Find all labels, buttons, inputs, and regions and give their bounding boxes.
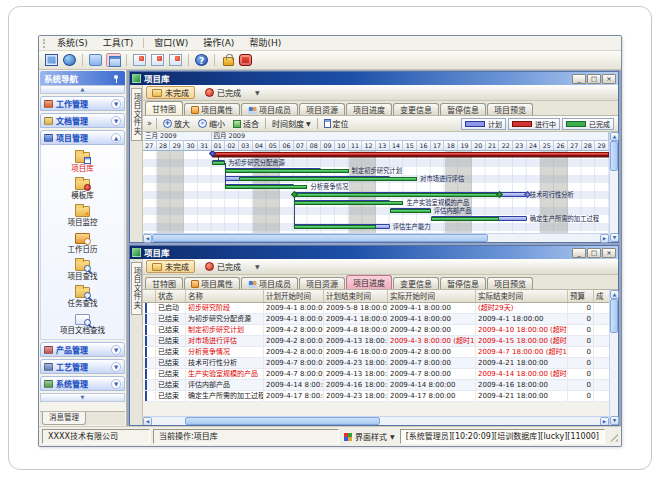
fit-button[interactable]: 适合 <box>231 118 261 129</box>
message-icon-1[interactable] <box>132 53 147 67</box>
tab-项目资源[interactable]: 项目资源 <box>299 103 345 115</box>
sidebar-item-工作日历[interactable]: 工作日历 <box>41 229 124 256</box>
actual-bar[interactable] <box>294 193 500 197</box>
tab-项目进度[interactable]: 项目进度 <box>346 103 392 115</box>
table-row[interactable]: 已结束确定生产所需的加工过程2009-4-17 8:00:002009-4-23… <box>143 391 609 402</box>
chevron-down-icon[interactable]: ▼ <box>111 116 121 126</box>
lock-icon[interactable] <box>220 53 235 67</box>
column-header-名称[interactable]: 名称 <box>186 290 264 302</box>
help-icon[interactable]: ? <box>194 53 209 67</box>
sidebar-group-项目管理[interactable]: 项目管理▲ <box>40 130 125 145</box>
filter-已完成-button[interactable]: 已完成 <box>199 86 247 99</box>
tab-暂停信息[interactable]: 暂停信息 <box>440 103 486 115</box>
scroll-up-icon[interactable]: ▲ <box>610 132 619 141</box>
exit-icon[interactable] <box>238 53 253 67</box>
scroll-down-icon[interactable]: ▼ <box>610 233 619 242</box>
tab-项目进度[interactable]: 项目进度 <box>346 275 392 289</box>
tab-项目属性[interactable]: 项目属性 <box>184 277 240 289</box>
zoom-in-button[interactable]: +放大 <box>161 118 192 129</box>
tab-项目预览[interactable]: 项目预览 <box>487 103 533 115</box>
table-row[interactable]: 已启动初步研究阶段2009-4-1 8:00:002009-5-8 18:00:… <box>143 303 609 314</box>
actual-bar[interactable] <box>294 201 404 205</box>
table-row[interactable]: 已结束制定初步研究计划2009-4-2 8:00:002009-4-8 18:0… <box>143 325 609 336</box>
sidebar-item-项目文档查找[interactable]: 项目文档查找 <box>41 310 124 337</box>
maximize-button[interactable]: □ <box>587 248 601 258</box>
column-header-成[interactable]: 成 <box>594 290 609 302</box>
table-row[interactable]: 已结束生产实验室规模的产品2009-4-7 8:00:002009-4-13 1… <box>143 369 609 380</box>
tab-变更信息[interactable]: 变更信息 <box>393 277 439 289</box>
table-row[interactable]: 已结束分析竞争情况2009-4-2 8:00:002009-4-6 18:00:… <box>143 347 609 358</box>
actual-bar[interactable] <box>212 161 226 165</box>
sidebar-group-系统管理[interactable]: 系统管理▼ <box>40 376 125 391</box>
tab-甘特图[interactable]: 甘特图 <box>145 277 183 289</box>
interface-style-button[interactable]: 界面样式 ▼ <box>342 431 397 442</box>
actual-bar[interactable] <box>225 185 307 189</box>
sidebar-item-项目查找[interactable]: 项目查找 <box>41 256 124 283</box>
sidebar-scroll-down-button[interactable]: ▼ <box>40 393 125 402</box>
scroll-left-icon[interactable]: ◀ <box>143 234 152 243</box>
scroll-right-icon[interactable]: ▶ <box>600 234 609 243</box>
sidebar-group-工作管理[interactable]: 工作管理▼ <box>40 96 125 111</box>
tab-项目属性[interactable]: 项目属性 <box>184 103 240 115</box>
sidebar-scroll-up-button[interactable]: ▲ <box>40 85 125 94</box>
menu-item-3[interactable]: 操作(A) <box>196 37 241 50</box>
sidebar-item-项目监控[interactable]: ★项目监控 <box>41 202 124 229</box>
sidebar-item-项目库[interactable]: 项目库 <box>41 148 124 175</box>
resize-grip[interactable] <box>608 432 618 442</box>
gantt-chart[interactable]: 为初步研究分配资源制定初步研究计划对市场进行评估分析竞争情况技术可行性分析生产实… <box>143 151 609 233</box>
globe-icon[interactable] <box>62 53 77 67</box>
gantt-horizontal-scrollbar[interactable]: ◀ ▶ <box>143 233 609 242</box>
maximize-button[interactable]: □ <box>587 74 601 84</box>
actual-bar[interactable] <box>239 177 417 181</box>
sidebar-group-产品管理[interactable]: 产品管理▼ <box>40 342 125 357</box>
table-vertical-scrollbar[interactable]: ▲ ▼ <box>609 290 618 425</box>
actual-bar[interactable] <box>294 225 376 229</box>
table-row[interactable]: 已结束对市场进行评估2009-4-2 8:00:002009-4-13 18:0… <box>143 336 609 347</box>
menu-item-4[interactable]: 帮助(H) <box>242 37 288 50</box>
tab-甘特图[interactable]: 甘特图 <box>145 101 183 115</box>
tab-项目预览[interactable]: 项目预览 <box>487 277 533 289</box>
window-title-bar[interactable]: 项目库 _ □ × <box>130 246 618 259</box>
chevron-down-icon[interactable]: ▼ <box>111 379 121 389</box>
summary-bar-in-progress[interactable] <box>212 152 609 156</box>
folder-window-icon[interactable] <box>106 53 121 67</box>
window-title-bar[interactable]: 项目库 _ □ × <box>130 72 618 85</box>
menu-item-1[interactable]: 工具(T) <box>96 37 141 50</box>
sidebar-item-任务查找[interactable]: 任务查找 <box>41 283 124 310</box>
filter-已完成-button[interactable]: 已完成 <box>199 260 247 273</box>
menu-item-2[interactable]: 窗口(W) <box>147 37 195 50</box>
actual-bar[interactable] <box>390 209 431 213</box>
column-header-状态[interactable]: 状态 <box>156 290 186 302</box>
column-header-status-icon[interactable] <box>143 290 156 302</box>
filter-未完成-button[interactable]: 未完成 <box>146 260 195 273</box>
chevron-up-icon[interactable]: ▲ <box>111 133 121 143</box>
time-scale-dropdown[interactable]: 时间刻度▼ <box>270 118 313 129</box>
scroll-right-icon[interactable]: ▶ <box>600 417 609 425</box>
tab-项目成员[interactable]: 项目成员 <box>241 103 298 115</box>
pin-icon[interactable] <box>112 74 121 83</box>
table-row[interactable]: 已结束技术可行性分析2009-4-7 8:00:002009-4-23 18:0… <box>143 358 609 369</box>
table-horizontal-scrollbar[interactable]: ◀ ▶ <box>143 416 609 425</box>
scroll-up-icon[interactable]: ▲ <box>610 290 619 299</box>
chevron-down-icon[interactable]: ▼ <box>111 345 121 355</box>
minimize-button[interactable]: _ <box>572 74 586 84</box>
filter-overflow-chevron-icon[interactable]: ▼ <box>251 263 264 270</box>
tab-message-management[interactable]: 消息管理 <box>42 412 86 425</box>
monitor-sync-icon[interactable] <box>44 53 59 67</box>
scroll-left-icon[interactable]: ◀ <box>143 417 152 425</box>
sidebar-item-模板库[interactable]: 模板库 <box>41 175 124 202</box>
chevron-down-icon[interactable]: ▼ <box>111 362 121 372</box>
folder-icon[interactable] <box>88 53 103 67</box>
actual-bar[interactable] <box>431 217 500 221</box>
tab-project-folder[interactable]: 项目文件夹 <box>131 262 142 315</box>
column-header-实际结束时间[interactable]: 实际结束时间 <box>476 290 568 302</box>
sidebar-group-工艺管理[interactable]: 工艺管理▼ <box>40 359 125 374</box>
column-header-计划结束时间[interactable]: 计划结束时间 <box>324 290 388 302</box>
tab-暂停信息[interactable]: 暂停信息 <box>440 277 486 289</box>
column-header-计划开始时间[interactable]: 计划开始时间 <box>264 290 324 302</box>
message-icon-3[interactable] <box>168 53 183 67</box>
filter-未完成-button[interactable]: 未完成 <box>146 86 195 99</box>
gantt-vertical-scrollbar[interactable]: ▲ ▼ <box>609 132 618 242</box>
locate-button[interactable]: 定位 <box>322 118 351 129</box>
sidebar-group-文档管理[interactable]: 文档管理▼ <box>40 113 125 128</box>
